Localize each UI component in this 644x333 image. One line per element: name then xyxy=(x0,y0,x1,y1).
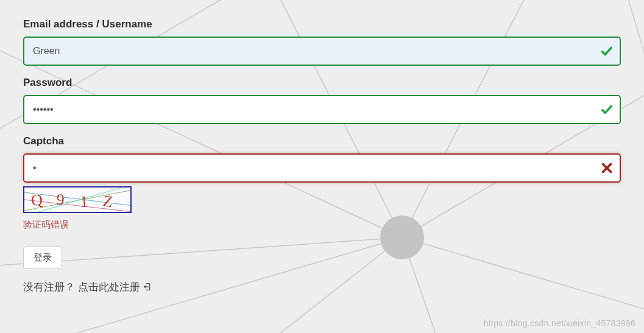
watermark-text: https://blog.csdn.net/weixin_45783996 xyxy=(484,318,635,328)
login-form: Email address / Username Password Captch… xyxy=(0,0,644,301)
signup-row: 没有注册？ 点击此处注册 xyxy=(23,280,621,295)
svg-text:Q: Q xyxy=(30,191,44,209)
signup-link[interactable]: 点击此处注册 xyxy=(78,281,152,293)
email-field[interactable] xyxy=(23,37,621,66)
captcha-group: Captcha Q 9 1 Z 验证码错误 xyxy=(23,135,621,231)
email-input-wrap xyxy=(23,37,621,66)
email-group: Email address / Username xyxy=(23,18,621,66)
signin-icon xyxy=(141,282,152,295)
captcha-image[interactable]: Q 9 1 Z xyxy=(23,186,132,213)
close-icon xyxy=(600,161,614,175)
captcha-label: Captcha xyxy=(23,135,621,147)
email-label: Email address / Username xyxy=(23,18,621,30)
password-input-wrap xyxy=(23,95,621,124)
captcha-field[interactable] xyxy=(23,153,621,183)
svg-text:Z: Z xyxy=(102,192,114,211)
signup-prefix: 没有注册？ xyxy=(23,281,75,293)
login-button[interactable]: 登录 xyxy=(23,247,62,269)
check-icon xyxy=(600,103,614,116)
captcha-error-text: 验证码错误 xyxy=(23,219,621,231)
signup-link-text: 点击此处注册 xyxy=(78,281,140,293)
password-group: Password xyxy=(23,77,621,124)
svg-text:1: 1 xyxy=(80,192,88,211)
captcha-input-wrap xyxy=(23,153,621,183)
svg-text:9: 9 xyxy=(56,191,65,209)
check-icon xyxy=(600,44,614,58)
password-label: Password xyxy=(23,77,621,89)
password-field[interactable] xyxy=(23,95,621,124)
